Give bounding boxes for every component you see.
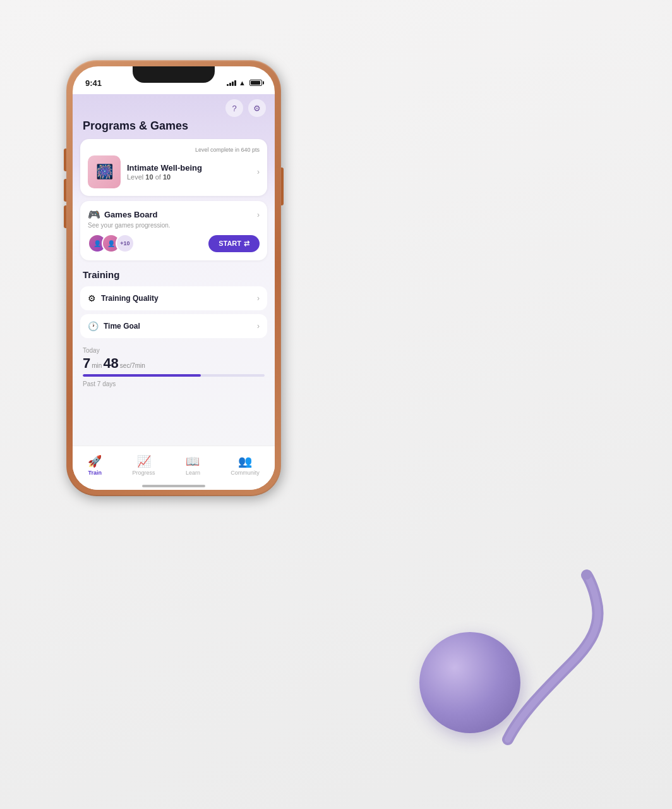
- today-stats: 7 min 48 sec/7min: [83, 355, 265, 372]
- time-goal-item[interactable]: 🕐 Time Goal ›: [80, 314, 267, 338]
- bar1: [227, 84, 229, 86]
- nav-community[interactable]: 👥 Community: [231, 454, 260, 476]
- progress-bar-fill: [83, 374, 201, 377]
- training-section-header: Training: [73, 265, 275, 283]
- games-subtitle: See your games progression.: [88, 222, 260, 229]
- training-section: Training ⚙ Training Quality › 🕐: [73, 265, 275, 390]
- bar2: [229, 83, 231, 86]
- train-label: Train: [88, 470, 102, 476]
- progress-bar: [83, 374, 265, 377]
- home-indicator: [142, 485, 205, 487]
- wellbeing-emoji: 🎆: [96, 164, 113, 180]
- training-quality-left: ⚙ Training Quality: [88, 293, 159, 303]
- phone-wrapper: 9:41 ▲ ?: [66, 60, 281, 496]
- chevron-icon: ›: [257, 167, 260, 176]
- page-title: Programs & Games: [73, 117, 275, 139]
- battery-icon: [249, 80, 262, 86]
- games-title: Games Board: [104, 210, 158, 219]
- card-image: 🎆: [88, 155, 121, 188]
- past-7-days-label: Past 7 days: [83, 380, 265, 387]
- wifi-icon: ▲: [239, 79, 246, 87]
- community-icon: 👥: [238, 454, 252, 468]
- nav-learn[interactable]: 📖 Learn: [186, 454, 200, 476]
- bar3: [232, 82, 234, 86]
- svg-point-0: [582, 571, 591, 580]
- device-cord: [470, 563, 609, 752]
- help-button[interactable]: ?: [225, 99, 243, 117]
- time-goal-label: Time Goal: [104, 322, 140, 331]
- train-icon: 🚀: [88, 454, 102, 468]
- cord-svg: [470, 563, 609, 752]
- time-goal-icon: 🕐: [88, 321, 99, 331]
- progress-label: Progress: [133, 470, 155, 476]
- today-label: Today: [83, 347, 265, 354]
- progress-icon: 📈: [137, 454, 151, 468]
- games-header: 🎮 Games Board ›: [88, 209, 260, 221]
- sec-unit: sec/7min: [120, 362, 145, 369]
- training-items: ⚙ Training Quality › 🕐 Time Goal ›: [73, 286, 275, 338]
- training-quality-item[interactable]: ⚙ Training Quality ›: [80, 286, 267, 310]
- minutes-value: 7: [83, 355, 90, 372]
- training-quality-label: Training Quality: [101, 294, 159, 303]
- training-quality-chevron: ›: [257, 294, 260, 303]
- today-section: Today 7 min 48 sec/7min Past 7 days: [73, 342, 275, 390]
- avatar-stack: 👤 👤 +10: [88, 234, 135, 253]
- status-icons: ▲: [227, 79, 262, 87]
- battery-fill: [251, 81, 260, 85]
- phone-screen: 9:41 ▲ ?: [73, 66, 275, 490]
- intimate-wellbeing-card[interactable]: Level complete in 640 pts 🎆 Intimate Wel…: [80, 139, 267, 196]
- min-unit: min: [92, 362, 102, 369]
- shuffle-icon: ⇄: [244, 240, 249, 248]
- device-product: [413, 531, 615, 752]
- card-text: Intimate Well-being Level 10 of 10: [127, 163, 251, 181]
- games-chevron-icon: ›: [257, 210, 260, 219]
- gamepad-icon: 🎮: [88, 209, 100, 221]
- scene: 9:41 ▲ ?: [0, 0, 672, 809]
- learn-icon: 📖: [186, 454, 200, 468]
- time-goal-left: 🕐 Time Goal: [88, 321, 140, 331]
- bottom-nav: 🚀 Train 📈 Progress 📖 Learn 👥 Community: [73, 446, 275, 490]
- time-goal-chevron: ›: [257, 322, 260, 331]
- games-title-row: 🎮 Games Board: [88, 209, 158, 221]
- signal-bars-icon: [227, 80, 236, 86]
- card-title: Intimate Well-being: [127, 163, 251, 173]
- nav-progress[interactable]: 📈 Progress: [133, 454, 155, 476]
- top-bar: ? ⚙: [73, 94, 275, 117]
- games-bottom: 👤 👤 +10 START ⇄: [88, 234, 260, 253]
- notch: [133, 66, 215, 83]
- bar4: [234, 80, 236, 86]
- learn-label: Learn: [186, 470, 200, 476]
- count-badge: +10: [116, 234, 135, 253]
- start-label: START: [219, 240, 241, 247]
- nav-train[interactable]: 🚀 Train: [88, 454, 102, 476]
- settings-button[interactable]: ⚙: [248, 99, 266, 117]
- card-subtitle: Level 10 of 10: [127, 173, 251, 181]
- seconds-value: 48: [103, 355, 118, 372]
- level-complete-badge: Level complete in 640 pts: [88, 147, 260, 153]
- training-quality-icon: ⚙: [88, 293, 96, 303]
- app-content: ? ⚙ Programs & Games Level complete in 6…: [73, 94, 275, 490]
- card-row: 🎆 Intimate Well-being Level 10 of 10 ›: [88, 155, 260, 188]
- games-board-card[interactable]: 🎮 Games Board › See your games progressi…: [80, 201, 267, 260]
- status-time: 9:41: [85, 78, 102, 88]
- start-button[interactable]: START ⇄: [208, 235, 260, 252]
- community-label: Community: [231, 470, 260, 476]
